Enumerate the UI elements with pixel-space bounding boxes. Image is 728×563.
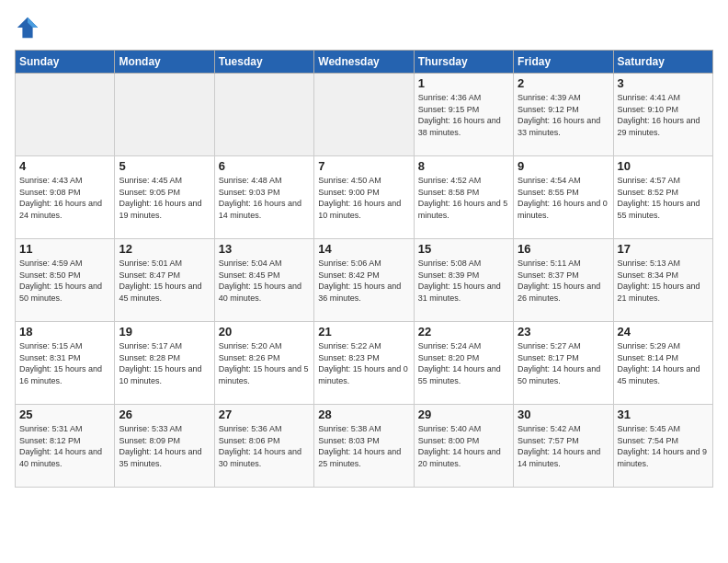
- day-number: 11: [19, 242, 110, 256]
- calendar-cell: 31Sunrise: 5:45 AM Sunset: 7:54 PM Dayli…: [613, 405, 712, 488]
- calendar-cell: 11Sunrise: 4:59 AM Sunset: 8:50 PM Dayli…: [16, 239, 115, 322]
- calendar-week-3: 11Sunrise: 4:59 AM Sunset: 8:50 PM Dayli…: [16, 239, 713, 322]
- day-info: Sunrise: 5:42 AM Sunset: 7:57 PM Dayligh…: [518, 423, 609, 469]
- day-number: 6: [219, 159, 310, 173]
- day-info: Sunrise: 4:43 AM Sunset: 9:08 PM Dayligh…: [19, 175, 110, 221]
- day-number: 9: [518, 159, 609, 173]
- day-number: 26: [119, 408, 210, 421]
- day-info: Sunrise: 5:36 AM Sunset: 8:06 PM Dayligh…: [219, 423, 310, 469]
- day-info: Sunrise: 5:15 AM Sunset: 8:31 PM Dayligh…: [19, 340, 110, 386]
- logo: [15, 15, 44, 40]
- day-number: 30: [518, 408, 609, 421]
- day-info: Sunrise: 5:38 AM Sunset: 8:03 PM Dayligh…: [318, 423, 409, 469]
- day-number: 4: [19, 159, 110, 173]
- calendar-cell: 1Sunrise: 4:36 AM Sunset: 9:15 PM Daylig…: [414, 74, 513, 156]
- calendar-cell: 21Sunrise: 5:22 AM Sunset: 8:23 PM Dayli…: [314, 322, 414, 405]
- day-number: 1: [418, 76, 509, 90]
- calendar-cell: 22Sunrise: 5:24 AM Sunset: 8:20 PM Dayli…: [414, 322, 513, 405]
- calendar-week-4: 18Sunrise: 5:15 AM Sunset: 8:31 PM Dayli…: [16, 322, 713, 405]
- weekday-header-row: SundayMondayTuesdayWednesdayThursdayFrid…: [16, 51, 713, 74]
- weekday-header-monday: Monday: [115, 51, 214, 74]
- calendar-cell: [16, 74, 115, 156]
- day-info: Sunrise: 4:36 AM Sunset: 9:15 PM Dayligh…: [418, 92, 509, 138]
- calendar-cell: 29Sunrise: 5:40 AM Sunset: 8:00 PM Dayli…: [414, 405, 513, 488]
- day-number: 8: [418, 159, 509, 173]
- day-number: 25: [19, 408, 110, 421]
- weekday-header-tuesday: Tuesday: [214, 51, 313, 74]
- calendar-cell: 16Sunrise: 5:11 AM Sunset: 8:37 PM Dayli…: [514, 239, 613, 322]
- day-info: Sunrise: 5:24 AM Sunset: 8:20 PM Dayligh…: [418, 340, 509, 386]
- day-info: Sunrise: 5:04 AM Sunset: 8:45 PM Dayligh…: [219, 258, 310, 304]
- day-number: 29: [418, 408, 509, 421]
- calendar-cell: 17Sunrise: 5:13 AM Sunset: 8:34 PM Dayli…: [613, 239, 712, 322]
- weekday-header-friday: Friday: [514, 51, 613, 74]
- calendar-cell: 3Sunrise: 4:41 AM Sunset: 9:10 PM Daylig…: [613, 74, 712, 156]
- day-info: Sunrise: 4:50 AM Sunset: 9:00 PM Dayligh…: [318, 175, 409, 221]
- day-info: Sunrise: 5:22 AM Sunset: 8:23 PM Dayligh…: [318, 340, 409, 386]
- day-number: 5: [119, 159, 210, 173]
- day-number: 10: [618, 159, 709, 173]
- calendar-cell: 5Sunrise: 4:45 AM Sunset: 9:05 PM Daylig…: [115, 156, 214, 239]
- calendar-cell: 23Sunrise: 5:27 AM Sunset: 8:17 PM Dayli…: [514, 322, 613, 405]
- calendar-week-2: 4Sunrise: 4:43 AM Sunset: 9:08 PM Daylig…: [16, 156, 713, 239]
- calendar-cell: 9Sunrise: 4:54 AM Sunset: 8:55 PM Daylig…: [514, 156, 613, 239]
- calendar-cell: 8Sunrise: 4:52 AM Sunset: 8:58 PM Daylig…: [414, 156, 513, 239]
- calendar-cell: 14Sunrise: 5:06 AM Sunset: 8:42 PM Dayli…: [314, 239, 414, 322]
- day-info: Sunrise: 4:52 AM Sunset: 8:58 PM Dayligh…: [418, 175, 509, 221]
- calendar-week-5: 25Sunrise: 5:31 AM Sunset: 8:12 PM Dayli…: [16, 405, 713, 488]
- day-number: 17: [618, 242, 709, 256]
- day-info: Sunrise: 5:08 AM Sunset: 8:39 PM Dayligh…: [418, 258, 509, 304]
- calendar-cell: 13Sunrise: 5:04 AM Sunset: 8:45 PM Dayli…: [214, 239, 313, 322]
- day-info: Sunrise: 5:29 AM Sunset: 8:14 PM Dayligh…: [618, 340, 709, 386]
- day-info: Sunrise: 5:20 AM Sunset: 8:26 PM Dayligh…: [219, 340, 310, 386]
- header-area: [15, 15, 713, 40]
- day-number: 28: [318, 408, 409, 421]
- calendar-cell: 15Sunrise: 5:08 AM Sunset: 8:39 PM Dayli…: [414, 239, 513, 322]
- logo-icon: [15, 15, 40, 40]
- day-info: Sunrise: 5:13 AM Sunset: 8:34 PM Dayligh…: [618, 258, 709, 304]
- day-number: 14: [318, 242, 409, 256]
- day-info: Sunrise: 4:48 AM Sunset: 9:03 PM Dayligh…: [219, 175, 310, 221]
- day-number: 2: [518, 76, 609, 90]
- day-number: 21: [318, 325, 409, 339]
- day-number: 22: [418, 325, 509, 339]
- calendar-cell: 10Sunrise: 4:57 AM Sunset: 8:52 PM Dayli…: [613, 156, 712, 239]
- calendar-cell: 20Sunrise: 5:20 AM Sunset: 8:26 PM Dayli…: [214, 322, 313, 405]
- calendar-cell: 19Sunrise: 5:17 AM Sunset: 8:28 PM Dayli…: [115, 322, 214, 405]
- day-number: 23: [518, 325, 609, 339]
- calendar-week-1: 1Sunrise: 4:36 AM Sunset: 9:15 PM Daylig…: [16, 74, 713, 156]
- calendar-cell: 18Sunrise: 5:15 AM Sunset: 8:31 PM Dayli…: [16, 322, 115, 405]
- calendar-cell: 7Sunrise: 4:50 AM Sunset: 9:00 PM Daylig…: [314, 156, 414, 239]
- day-number: 13: [219, 242, 310, 256]
- day-info: Sunrise: 5:01 AM Sunset: 8:47 PM Dayligh…: [119, 258, 210, 304]
- day-number: 24: [618, 325, 709, 339]
- day-info: Sunrise: 4:41 AM Sunset: 9:10 PM Dayligh…: [618, 92, 709, 138]
- day-info: Sunrise: 4:54 AM Sunset: 8:55 PM Dayligh…: [518, 175, 609, 221]
- day-info: Sunrise: 5:06 AM Sunset: 8:42 PM Dayligh…: [318, 258, 409, 304]
- day-info: Sunrise: 4:57 AM Sunset: 8:52 PM Dayligh…: [618, 175, 709, 221]
- calendar-cell: [214, 74, 313, 156]
- day-number: 16: [518, 242, 609, 256]
- day-info: Sunrise: 4:45 AM Sunset: 9:05 PM Dayligh…: [119, 175, 210, 221]
- day-info: Sunrise: 4:39 AM Sunset: 9:12 PM Dayligh…: [518, 92, 609, 138]
- day-number: 27: [219, 408, 310, 421]
- calendar-cell: [314, 74, 414, 156]
- day-info: Sunrise: 5:11 AM Sunset: 8:37 PM Dayligh…: [518, 258, 609, 304]
- day-info: Sunrise: 5:17 AM Sunset: 8:28 PM Dayligh…: [119, 340, 210, 386]
- calendar-cell: [115, 74, 214, 156]
- day-number: 15: [418, 242, 509, 256]
- weekday-header-sunday: Sunday: [16, 51, 115, 74]
- calendar-cell: 28Sunrise: 5:38 AM Sunset: 8:03 PM Dayli…: [314, 405, 414, 488]
- calendar-cell: 2Sunrise: 4:39 AM Sunset: 9:12 PM Daylig…: [514, 74, 613, 156]
- day-info: Sunrise: 5:40 AM Sunset: 8:00 PM Dayligh…: [418, 423, 509, 469]
- calendar-cell: 25Sunrise: 5:31 AM Sunset: 8:12 PM Dayli…: [16, 405, 115, 488]
- weekday-header-saturday: Saturday: [613, 51, 712, 74]
- day-number: 31: [618, 408, 709, 421]
- calendar-cell: 6Sunrise: 4:48 AM Sunset: 9:03 PM Daylig…: [214, 156, 313, 239]
- day-number: 3: [618, 76, 709, 90]
- weekday-header-wednesday: Wednesday: [314, 51, 414, 74]
- day-number: 7: [318, 159, 409, 173]
- day-number: 19: [119, 325, 210, 339]
- calendar-cell: 24Sunrise: 5:29 AM Sunset: 8:14 PM Dayli…: [613, 322, 712, 405]
- day-info: Sunrise: 5:31 AM Sunset: 8:12 PM Dayligh…: [19, 423, 110, 469]
